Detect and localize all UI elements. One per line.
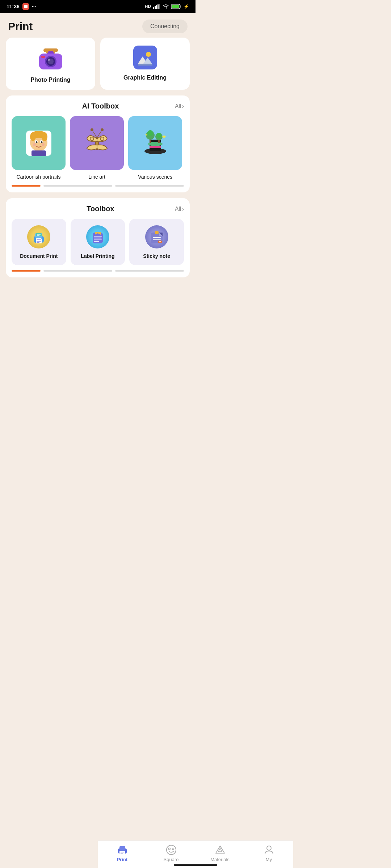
svg-rect-5 xyxy=(157,4,159,9)
status-time: 11:36 xyxy=(7,4,20,9)
hd-badge: HD xyxy=(145,4,151,9)
ai-thumb-cartoon xyxy=(12,116,66,170)
ai-item-cartoon-label: Cartoonish portraits xyxy=(16,174,60,180)
ai-toolbox-title: AI Toolbox xyxy=(26,102,175,110)
ai-scroll-dots xyxy=(12,185,184,187)
svg-rect-1 xyxy=(24,5,28,8)
toolbox-header: Toolbox All › xyxy=(12,205,184,213)
svg-rect-17 xyxy=(41,56,45,58)
ai-item-cartoonish[interactable]: Cartoonish portraits xyxy=(12,116,66,180)
toolbox-all-link[interactable]: All › xyxy=(175,206,184,212)
graphic-editing-label: Graphic Editing xyxy=(123,75,167,81)
document-print-icon xyxy=(27,225,50,248)
status-bar: 11:36 ··· HD ⚡ xyxy=(0,0,196,13)
graphic-editing-card[interactable]: Graphic Editing xyxy=(100,38,190,90)
label-printing-label: Label Printing xyxy=(81,253,114,259)
toolbox-items: Document Print Label Print xyxy=(12,219,184,265)
photo-printing-card[interactable]: Photo Printing xyxy=(6,38,95,90)
svg-rect-4 xyxy=(156,5,157,9)
svg-point-42 xyxy=(101,129,103,131)
svg-point-28 xyxy=(30,132,36,141)
svg-point-50 xyxy=(147,130,153,136)
svg-rect-46 xyxy=(150,146,161,148)
ai-item-scenes[interactable]: Various scenes xyxy=(128,116,182,180)
ai-item-scenes-label: Various scenes xyxy=(138,174,172,180)
tool-item-label[interactable]: Label Printing xyxy=(71,219,125,265)
toolbox-scroll-dots xyxy=(12,270,184,272)
svg-rect-9 xyxy=(172,5,179,8)
ai-thumb-scenes xyxy=(128,116,182,170)
tool-item-document[interactable]: Document Print xyxy=(12,219,66,265)
wifi-icon xyxy=(163,4,169,9)
photo-printing-icon xyxy=(36,46,65,72)
toolbox-section: Toolbox All › xyxy=(6,198,190,277)
scroll-dot-2 xyxy=(43,185,112,187)
svg-point-53 xyxy=(156,133,161,138)
toolbox-title: Toolbox xyxy=(26,205,175,213)
svg-rect-2 xyxy=(153,7,154,9)
svg-rect-70 xyxy=(155,231,159,234)
ai-item-line-art-label: Line art xyxy=(88,174,105,180)
svg-point-33 xyxy=(41,141,42,143)
top-cards-row: Photo Printing Graphic Editing xyxy=(6,38,190,90)
toolbox-dot-active xyxy=(12,270,41,272)
connecting-button[interactable]: Connecting xyxy=(142,20,188,33)
more-icon: ··· xyxy=(32,4,36,9)
tool-item-sticky[interactable]: Sticky note xyxy=(129,219,184,265)
ai-toolbox-all-link[interactable]: All › xyxy=(175,103,184,110)
svg-point-32 xyxy=(35,141,37,143)
ai-thumb-line xyxy=(70,116,124,170)
svg-point-35 xyxy=(42,143,45,146)
sticky-note-label: Sticky note xyxy=(143,253,170,259)
battery-icon xyxy=(171,4,181,9)
svg-rect-8 xyxy=(180,5,181,8)
svg-point-34 xyxy=(33,143,36,146)
svg-rect-3 xyxy=(155,6,156,9)
svg-rect-63 xyxy=(93,233,103,243)
label-printing-icon xyxy=(86,225,109,248)
ai-items-list: Cartoonish portraits xyxy=(12,116,184,180)
svg-point-16 xyxy=(48,59,50,61)
scroll-dot-3 xyxy=(115,185,184,187)
toolbox-dot-2 xyxy=(43,270,112,272)
ai-toolbox-section: AI Toolbox All › xyxy=(6,95,190,192)
svg-rect-36 xyxy=(31,150,46,156)
toolbox-dot-3 xyxy=(115,270,184,272)
ai-toolbox-header: AI Toolbox All › xyxy=(12,102,184,110)
svg-rect-6 xyxy=(159,4,160,9)
photo-printing-label: Photo Printing xyxy=(30,77,70,83)
page-title: Print xyxy=(8,20,33,33)
main-content: Photo Printing Graphic Editing xyxy=(0,38,196,312)
battery-percent: ⚡ xyxy=(184,4,189,9)
record-icon xyxy=(22,3,29,10)
bottom-spacer xyxy=(6,283,190,312)
svg-point-19 xyxy=(146,52,151,57)
ai-item-line-art[interactable]: Line art xyxy=(70,116,124,180)
svg-point-29 xyxy=(42,132,47,141)
svg-rect-60 xyxy=(36,233,42,236)
svg-point-41 xyxy=(91,129,93,131)
signal-icon xyxy=(153,4,160,9)
sticky-note-icon xyxy=(145,225,168,248)
scroll-dot-active xyxy=(12,185,41,187)
header: Print Connecting xyxy=(0,13,196,38)
status-icons: HD ⚡ xyxy=(145,4,189,9)
document-print-label: Document Print xyxy=(20,253,58,259)
graphic-editing-icon xyxy=(133,46,157,69)
svg-rect-18 xyxy=(136,48,154,67)
